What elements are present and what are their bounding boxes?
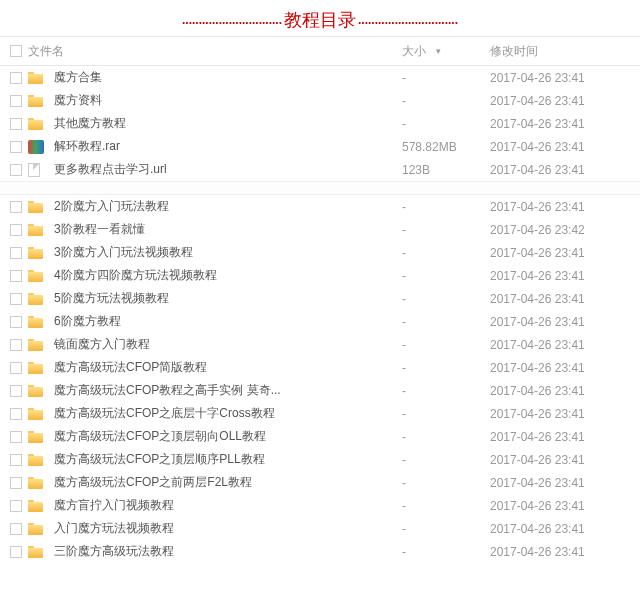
title-dots-right: .............................. — [358, 13, 458, 27]
table-row[interactable]: 入门魔方玩法视频教程-2017-04-26 23:41 — [0, 517, 640, 540]
row-size-cell: - — [402, 476, 490, 490]
row-date-label: 2017-04-26 23:41 — [490, 430, 585, 444]
row-date-cell: 2017-04-26 23:41 — [490, 361, 640, 375]
row-name-cell: 魔方高级玩法CFOP之前两层F2L教程 — [24, 474, 402, 491]
row-date-cell: 2017-04-26 23:41 — [490, 163, 640, 177]
table-row[interactable]: 3阶教程一看就懂-2017-04-26 23:42 — [0, 218, 640, 241]
row-checkbox[interactable] — [10, 523, 22, 535]
row-checkbox[interactable] — [10, 270, 22, 282]
row-checkbox[interactable] — [10, 477, 22, 489]
select-all-checkbox[interactable] — [10, 45, 22, 57]
row-checkbox[interactable] — [10, 431, 22, 443]
table-row[interactable]: 魔方合集-2017-04-26 23:41 — [0, 66, 640, 89]
row-checkbox[interactable] — [10, 118, 22, 130]
table-row[interactable]: 三阶魔方高级玩法教程-2017-04-26 23:41 — [0, 540, 640, 563]
table-row[interactable]: 魔方高级玩法CFOP之前两层F2L教程-2017-04-26 23:41 — [0, 471, 640, 494]
row-date-cell: 2017-04-26 23:41 — [490, 94, 640, 108]
row-name-cell: 5阶魔方玩法视频教程 — [24, 290, 402, 307]
row-name-cell: 魔方合集 — [24, 69, 402, 86]
table-row[interactable]: 魔方高级玩法CFOP教程之高手实例 莫奇...-2017-04-26 23:41 — [0, 379, 640, 402]
row-checkbox[interactable] — [10, 164, 22, 176]
row-name-cell: 镜面魔方入门教程 — [24, 336, 402, 353]
row-checkbox[interactable] — [10, 141, 22, 153]
row-size-cell: 578.82MB — [402, 140, 490, 154]
row-name-cell: 魔方盲拧入门视频教程 — [24, 497, 402, 514]
row-checkbox-cell — [0, 316, 24, 328]
row-checkbox[interactable] — [10, 247, 22, 259]
row-size-cell: - — [402, 292, 490, 306]
row-size-label: - — [402, 315, 406, 329]
row-date-cell: 2017-04-26 23:41 — [490, 545, 640, 559]
row-checkbox-cell — [0, 523, 24, 535]
row-checkbox[interactable] — [10, 201, 22, 213]
row-checkbox[interactable] — [10, 95, 22, 107]
row-checkbox[interactable] — [10, 224, 22, 236]
row-checkbox-cell — [0, 454, 24, 466]
folder-icon — [28, 269, 44, 283]
row-size-label: - — [402, 453, 406, 467]
row-checkbox-cell — [0, 362, 24, 374]
row-checkbox-cell — [0, 339, 24, 351]
row-checkbox[interactable] — [10, 546, 22, 558]
file-group-2: 2阶魔方入门玩法教程-2017-04-26 23:413阶教程一看就懂-2017… — [0, 195, 640, 563]
row-date-label: 2017-04-26 23:41 — [490, 476, 585, 490]
table-row[interactable]: 魔方高级玩法CFOP之顶层朝向OLL教程-2017-04-26 23:41 — [0, 425, 640, 448]
row-checkbox[interactable] — [10, 293, 22, 305]
row-date-label: 2017-04-26 23:41 — [490, 140, 585, 154]
row-name-cell: 魔方高级玩法CFOP之底层十字Cross教程 — [24, 405, 402, 422]
table-row[interactable]: 2阶魔方入门玩法教程-2017-04-26 23:41 — [0, 195, 640, 218]
table-row[interactable]: 3阶魔方入门玩法视频教程-2017-04-26 23:41 — [0, 241, 640, 264]
row-date-label: 2017-04-26 23:41 — [490, 269, 585, 283]
row-checkbox[interactable] — [10, 385, 22, 397]
row-checkbox-cell — [0, 95, 24, 107]
table-row[interactable]: 更多教程点击学习.url123B2017-04-26 23:41 — [0, 158, 640, 181]
row-date-cell: 2017-04-26 23:41 — [490, 117, 640, 131]
folder-icon — [28, 94, 44, 108]
table-row[interactable]: 解环教程.rar578.82MB2017-04-26 23:41 — [0, 135, 640, 158]
table-row[interactable]: 魔方高级玩法CFOP之顶层顺序PLL教程-2017-04-26 23:41 — [0, 448, 640, 471]
table-row[interactable]: 魔方高级玩法CFOP之底层十字Cross教程-2017-04-26 23:41 — [0, 402, 640, 425]
row-name-label: 解环教程.rar — [48, 138, 120, 155]
row-size-label: - — [402, 246, 406, 260]
row-checkbox-cell — [0, 118, 24, 130]
folder-icon — [28, 361, 44, 375]
row-name-cell: 其他魔方教程 — [24, 115, 402, 132]
row-date-label: 2017-04-26 23:41 — [490, 71, 585, 85]
table-row[interactable]: 4阶魔方四阶魔方玩法视频教程-2017-04-26 23:41 — [0, 264, 640, 287]
table-row[interactable]: 6阶魔方教程-2017-04-26 23:41 — [0, 310, 640, 333]
row-name-label: 2阶魔方入门玩法教程 — [48, 198, 169, 215]
row-size-cell: - — [402, 499, 490, 513]
row-date-label: 2017-04-26 23:41 — [490, 338, 585, 352]
header-date[interactable]: 修改时间 — [490, 43, 640, 60]
folder-icon — [28, 407, 44, 421]
row-size-cell: - — [402, 407, 490, 421]
folder-icon — [28, 430, 44, 444]
row-checkbox[interactable] — [10, 408, 22, 420]
row-checkbox[interactable] — [10, 500, 22, 512]
row-checkbox[interactable] — [10, 339, 22, 351]
row-checkbox[interactable] — [10, 362, 22, 374]
row-date-label: 2017-04-26 23:41 — [490, 407, 585, 421]
header-name[interactable]: 文件名 — [24, 43, 402, 60]
table-row[interactable]: 魔方盲拧入门视频教程-2017-04-26 23:41 — [0, 494, 640, 517]
row-date-label: 2017-04-26 23:41 — [490, 522, 585, 536]
row-name-cell: 魔方资料 — [24, 92, 402, 109]
row-name-label: 5阶魔方玩法视频教程 — [48, 290, 169, 307]
row-size-cell: - — [402, 453, 490, 467]
header-size[interactable]: 大小 ▾ — [402, 43, 490, 60]
row-checkbox-cell — [0, 141, 24, 153]
row-name-cell: 2阶魔方入门玩法教程 — [24, 198, 402, 215]
row-checkbox[interactable] — [10, 316, 22, 328]
table-row[interactable]: 魔方高级玩法CFOP简版教程-2017-04-26 23:41 — [0, 356, 640, 379]
table-row[interactable]: 其他魔方教程-2017-04-26 23:41 — [0, 112, 640, 135]
row-checkbox[interactable] — [10, 72, 22, 84]
header-checkbox-cell — [0, 45, 24, 57]
table-row[interactable]: 5阶魔方玩法视频教程-2017-04-26 23:41 — [0, 287, 640, 310]
row-name-label: 6阶魔方教程 — [48, 313, 121, 330]
folder-icon — [28, 117, 44, 131]
table-row[interactable]: 魔方资料-2017-04-26 23:41 — [0, 89, 640, 112]
row-size-label: - — [402, 94, 406, 108]
table-row[interactable]: 镜面魔方入门教程-2017-04-26 23:41 — [0, 333, 640, 356]
row-checkbox[interactable] — [10, 454, 22, 466]
row-date-cell: 2017-04-26 23:41 — [490, 522, 640, 536]
